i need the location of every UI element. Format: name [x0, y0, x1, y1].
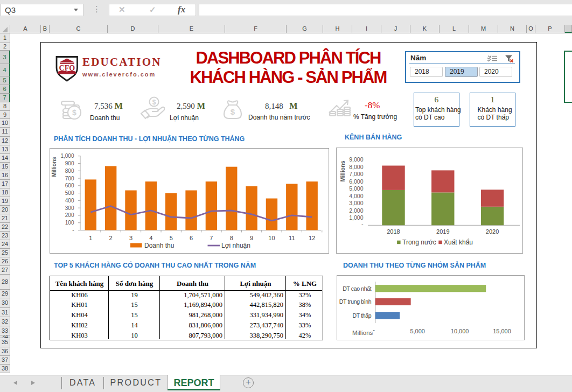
svg-text:5: 5	[170, 235, 173, 241]
svg-text:-: -	[361, 221, 364, 227]
svg-text:500: 500	[65, 190, 74, 196]
svg-text:3: 3	[129, 235, 132, 241]
svg-text:-: -	[72, 227, 74, 233]
svg-text:1: 1	[89, 235, 92, 241]
svg-text:DT thấp: DT thấp	[353, 312, 372, 319]
svg-text:2,000: 2,000	[349, 207, 363, 214]
svg-text:5,000: 5,000	[410, 328, 425, 334]
svg-text:-: -	[373, 326, 375, 333]
svg-text:Millions: Millions	[51, 157, 57, 177]
svg-text:200: 200	[65, 212, 74, 218]
svg-text:www.clevercfo.com: www.clevercfo.com	[82, 71, 156, 78]
svg-text:400: 400	[65, 198, 74, 204]
svg-text:12: 12	[309, 235, 315, 241]
svg-text:$: $	[231, 107, 235, 116]
svg-text:Lợi nhuận: Lợi nhuận	[221, 242, 250, 249]
svg-text:3,000: 3,000	[349, 200, 363, 206]
svg-text:700: 700	[65, 176, 74, 181]
svg-text:$: $	[152, 99, 156, 106]
svg-text:Millions: Millions	[339, 160, 346, 181]
svg-text:Trong nước: Trong nước	[402, 239, 436, 246]
svg-text:900: 900	[65, 160, 74, 166]
svg-text:2020: 2020	[486, 228, 499, 235]
svg-text:DT trung bình: DT trung bình	[339, 298, 372, 305]
svg-text:1,000: 1,000	[349, 214, 363, 221]
svg-text:5,000: 5,000	[349, 185, 363, 192]
svg-text:4: 4	[149, 235, 152, 241]
svg-text:4,000: 4,000	[349, 193, 363, 199]
svg-text:800: 800	[65, 168, 74, 174]
svg-text:300: 300	[65, 205, 74, 211]
svg-text:1,000: 1,000	[60, 153, 74, 159]
svg-text:9,000: 9,000	[349, 156, 363, 163]
svg-text:10: 10	[268, 235, 275, 241]
svg-text:600: 600	[65, 183, 74, 188]
svg-text:2018: 2018	[387, 228, 400, 235]
svg-text:2: 2	[109, 235, 113, 241]
svg-text:2019: 2019	[436, 228, 449, 235]
svg-text:8,000: 8,000	[349, 164, 363, 170]
svg-text:11: 11	[289, 235, 295, 241]
svg-text:15,000: 15,000	[493, 328, 511, 334]
svg-text:10,000: 10,000	[451, 328, 469, 334]
svg-text:EDUCATION: EDUCATION	[82, 55, 162, 68]
svg-text:100: 100	[65, 220, 74, 226]
svg-text:7,000: 7,000	[349, 171, 363, 177]
svg-text:7: 7	[210, 235, 213, 241]
svg-text:Doanh thu: Doanh thu	[144, 242, 174, 249]
svg-text:Millions: Millions	[352, 330, 373, 336]
svg-text:6,000: 6,000	[349, 178, 363, 185]
svg-text:6: 6	[190, 235, 193, 241]
svg-text:DT cao nhất: DT cao nhất	[343, 285, 372, 292]
svg-text:$: $	[72, 108, 76, 117]
svg-text:9: 9	[250, 235, 253, 241]
svg-text:Xuất khẩu: Xuất khẩu	[444, 239, 473, 246]
svg-text:8: 8	[230, 235, 233, 241]
